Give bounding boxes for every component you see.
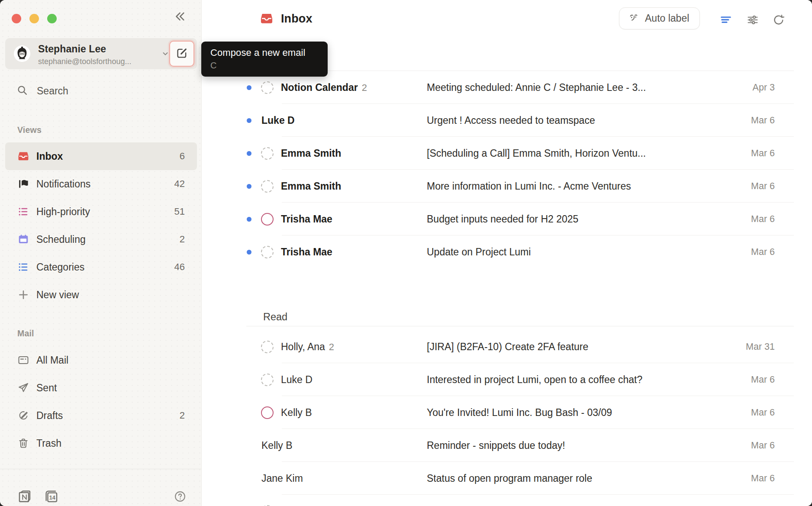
email-date: Apr 3 — [753, 71, 775, 104]
email-sender: Holly, Ana2 — [281, 330, 334, 363]
email-sender: Trisha Mae — [281, 235, 332, 268]
mail-nav-list: All MailSentDrafts2Trash — [5, 346, 197, 457]
sidebar-item-notifications[interactable]: Notifications42 — [5, 170, 197, 198]
filter-button[interactable] — [719, 13, 733, 27]
email-date: Mar 31 — [746, 330, 775, 363]
email-row[interactable]: Holly, Ana2[JIRA] (B2FA-10) Create 2FA f… — [202, 330, 812, 363]
avatar-placeholder-dashed-circle — [261, 341, 274, 353]
unread-dot — [247, 151, 251, 156]
unread-dot — [247, 184, 251, 189]
email-date: Mar 6 — [751, 429, 775, 462]
email-sender: Kelly B — [261, 429, 293, 462]
email-subject: More information in Lumi Inc. - Acme Ven… — [427, 170, 730, 203]
sidebar-item-sent[interactable]: Sent — [5, 374, 197, 402]
compose-icon — [175, 47, 188, 61]
sidebar-item-scheduling[interactable]: Scheduling2 — [5, 226, 197, 253]
notion-calendar-icon[interactable]: 14 — [43, 488, 60, 505]
close-window-button[interactable] — [12, 14, 21, 23]
sidebar-item-label: Notifications — [36, 178, 90, 190]
plus-icon — [17, 289, 29, 301]
email-row[interactable]: Trisha MaeUpdate on Project LumiMar 6 — [202, 235, 812, 268]
read-email-list: Holly, Ana2[JIRA] (B2FA-10) Create 2FA f… — [202, 330, 812, 506]
email-date: Mar 6 — [751, 104, 775, 137]
email-row[interactable]: Kelly BYou're Invited! Lumi Inc. Bug Bas… — [202, 396, 812, 429]
sliders-icon — [746, 13, 759, 26]
sidebar-item-label: Inbox — [36, 151, 63, 162]
views-nav-list: Inbox6Notifications42High-priority51Sche… — [5, 142, 197, 309]
email-row[interactable]: Luke DUrgent ! Access needed to teamspac… — [202, 104, 812, 137]
sidebar-item-all-mail[interactable]: All Mail — [5, 346, 197, 374]
email-row[interactable]: Emma Smith[Scheduling a Call] Emma Smith… — [202, 137, 812, 170]
email-sender: Trisha Mae — [281, 203, 332, 235]
all-mail-icon — [17, 354, 29, 366]
avatar-placeholder-dashed-circle — [261, 246, 274, 258]
email-subject: Reminder - snippets due today! — [427, 429, 730, 462]
sidebar-item-inbox[interactable]: Inbox6 — [5, 142, 197, 170]
unread-dot — [247, 250, 251, 255]
sidebar-item-drafts[interactable]: Drafts2 — [5, 402, 197, 429]
sidebar-item-label: Trash — [36, 438, 61, 449]
email-subject: Update on Project Lumi — [427, 235, 730, 268]
ai-face-icon — [628, 12, 640, 25]
display-settings-button[interactable] — [745, 13, 760, 27]
email-sender: John Smith — [281, 495, 331, 506]
email-row[interactable]: Trisha MaeBudget inputs needed for H2 20… — [202, 203, 812, 235]
sidebar-item-new-view[interactable]: New view — [5, 281, 197, 309]
email-subject: You're Invited! Lumi Inc. Bug Bash - 03/… — [427, 396, 730, 429]
email-sender: Emma Smith — [281, 170, 341, 203]
page-title: Inbox — [281, 12, 313, 26]
tooltip-title: Compose a new email — [210, 47, 319, 58]
auto-label-button[interactable]: Auto label — [619, 7, 700, 29]
sidebar-item-categories[interactable]: Categories46 — [5, 253, 197, 281]
trash-icon — [17, 437, 29, 449]
email-row[interactable]: Luke DInterested in project Lumi, open t… — [202, 363, 812, 396]
email-row[interactable]: Jane KimStatus of open program manager r… — [202, 462, 812, 495]
email-row[interactable]: John SmithIntroduction Call - Sales Role… — [202, 495, 812, 506]
read-section-label: Read — [263, 308, 287, 326]
sidebar-item-label: Drafts — [36, 410, 63, 422]
email-subject: Status of open program manager role — [427, 462, 730, 495]
sidebar-item-high-priority[interactable]: High-priority51 — [5, 198, 197, 226]
email-date: Mar 6 — [751, 170, 775, 203]
refresh-icon — [772, 13, 785, 26]
unread-count-badge: 2 — [180, 410, 185, 421]
notion-logo-icon[interactable] — [16, 488, 33, 505]
email-subject: Meeting scheduled: Annie C / Stephanie L… — [427, 71, 730, 104]
inbox-icon — [17, 150, 29, 162]
filter-icon — [719, 13, 732, 26]
avatar-placeholder-dashed-circle — [261, 81, 274, 94]
high-priority-icon — [17, 206, 29, 218]
email-row[interactable]: Emma SmithMore information in Lumi Inc. … — [202, 170, 812, 203]
zoom-window-button[interactable] — [47, 14, 57, 23]
thread-count: 2 — [362, 82, 367, 93]
views-section-label: Views — [17, 123, 42, 137]
sent-icon — [17, 382, 29, 394]
search-button[interactable]: Search — [5, 77, 197, 105]
account-switcher[interactable]: Stephanie Lee stephanie@toolsforthoug... — [5, 38, 197, 69]
sidebar-item-label: All Mail — [36, 355, 68, 366]
email-subject: [JIRA] (B2FA-10) Create 2FA feature — [427, 330, 730, 363]
email-row[interactable]: Kelly BReminder - snippets due today!Mar… — [202, 429, 812, 462]
collapse-sidebar-button[interactable] — [172, 9, 187, 24]
notifications-icon — [17, 178, 29, 190]
email-subject: Budget inputs needed for H2 2025 — [427, 203, 730, 235]
email-sender: Kelly B — [281, 396, 312, 429]
sidebar-item-label: Scheduling — [36, 234, 86, 245]
email-date: Mar 6 — [751, 396, 775, 429]
scheduling-icon — [17, 233, 29, 245]
sidebar-item-trash[interactable]: Trash — [5, 429, 197, 457]
mail-section-label: Mail — [17, 326, 34, 340]
minimize-window-button[interactable] — [29, 14, 39, 23]
email-sender: Jane Kim — [261, 462, 303, 495]
compose-button[interactable] — [169, 41, 194, 67]
refresh-button[interactable] — [771, 13, 786, 27]
email-sender: Luke D — [281, 363, 313, 396]
help-icon[interactable] — [174, 490, 187, 503]
inbox-icon — [260, 12, 274, 26]
view-header: Inbox — [260, 12, 313, 26]
drafts-icon — [17, 409, 29, 422]
avatar-placeholder-dashed-circle — [261, 147, 274, 160]
double-chevron-left-icon — [173, 18, 186, 24]
unread-dot — [247, 85, 251, 90]
auto-label-text: Auto label — [645, 13, 689, 24]
